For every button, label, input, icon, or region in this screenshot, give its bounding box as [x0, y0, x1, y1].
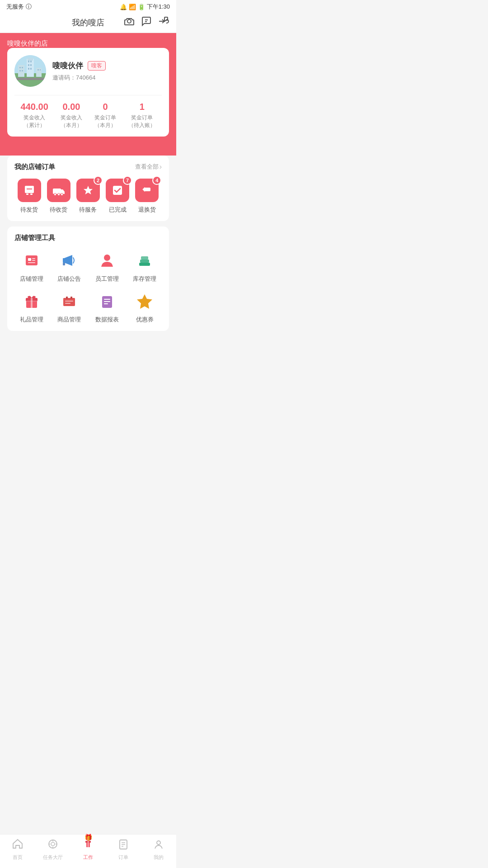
return-badge: 4 — [152, 176, 161, 185]
tools-header: 店铺管理工具 — [14, 234, 162, 242]
tool-2[interactable]: 商品管理 — [52, 290, 87, 324]
svg-rect-55 — [65, 303, 70, 304]
stat-label-2: 奖金订单 （本月） — [94, 114, 116, 129]
order-item-pending-service[interactable]: 2 待服务 — [76, 179, 100, 214]
svg-rect-16 — [19, 67, 21, 68]
svg-rect-42 — [63, 263, 65, 265]
tool2-icon — [58, 290, 80, 312]
shop-manage-icon — [21, 250, 42, 271]
tool-staff-manage[interactable]: 员工管理 — [90, 250, 124, 283]
status-right-group: 🔔 📶 🔋 下午1:30 — [120, 3, 170, 11]
order-item-return[interactable]: 4 退换货 — [135, 179, 159, 214]
svg-rect-59 — [104, 303, 108, 304]
tool-announcement[interactable]: 店铺公告 — [52, 250, 87, 283]
header-icons — [124, 16, 169, 29]
orders-header: 我的店铺订单 查看全部 › — [14, 163, 162, 171]
bluetooth-icon: 🔔 — [120, 4, 127, 10]
tool-3[interactable]: 数据报表 — [90, 290, 124, 324]
share-icon[interactable] — [158, 16, 169, 29]
svg-point-33 — [61, 193, 63, 195]
svg-rect-40 — [28, 262, 35, 263]
svg-rect-41 — [63, 258, 65, 263]
svg-rect-8 — [28, 58, 33, 61]
announcement-icon — [58, 250, 80, 271]
svg-point-31 — [54, 193, 56, 195]
battery-icon: 🔋 — [138, 4, 145, 10]
svg-rect-29 — [30, 193, 33, 195]
profile-card: 嗖嗖伙伴 嗖客 邀请码：740664 440.00 奖金收入 （累计） — [7, 48, 169, 137]
order-item-pending-receive[interactable]: 待收货 — [47, 179, 70, 214]
svg-rect-24 — [14, 79, 46, 79]
stat-pending-orders[interactable]: 1 奖金订单 （待入账） — [128, 102, 155, 129]
inventory-icon — [134, 250, 155, 271]
profile-top: 嗖嗖伙伴 嗖客 邀请码：740664 — [14, 55, 162, 87]
view-all-button[interactable]: 查看全部 › — [135, 163, 162, 171]
status-bar: 无服务 ⓘ 🔔 📶 🔋 下午1:30 — [0, 0, 176, 13]
svg-rect-57 — [104, 299, 110, 300]
stat-value-2: 0 — [94, 102, 116, 112]
return-icon-wrap: 4 — [135, 179, 159, 202]
svg-point-0 — [127, 19, 131, 23]
tool-label-6: 数据报表 — [95, 316, 119, 324]
staff-manage-icon — [96, 250, 118, 271]
status-signal: 无服务 ⓘ — [6, 3, 32, 11]
stat-value-3: 1 — [128, 102, 155, 112]
tool4-icon — [134, 290, 155, 312]
stat-monthly-orders[interactable]: 0 奖金订单 （本月） — [94, 102, 116, 129]
svg-rect-49 — [31, 298, 33, 308]
gift-icon — [21, 290, 42, 312]
svg-rect-21 — [38, 69, 39, 71]
tools-title: 店铺管理工具 — [14, 234, 55, 242]
stat-label-3: 奖金订单 （待入账） — [128, 114, 155, 129]
svg-rect-30 — [53, 189, 61, 194]
stat-value-0: 440.00 — [21, 102, 48, 112]
svg-rect-44 — [139, 263, 150, 266]
order-label-3: 已完成 — [109, 206, 127, 214]
chat-icon[interactable] — [141, 16, 152, 29]
svg-rect-9 — [28, 61, 29, 62]
svg-rect-53 — [70, 297, 72, 299]
order-label-2: 待服务 — [79, 206, 97, 214]
tools-grid: 店铺管理 店铺公告 — [14, 250, 162, 324]
top-navigation: 我的嗖店 — [0, 13, 176, 33]
pending-ship-icon-wrap — [18, 179, 41, 202]
order-item-completed[interactable]: 7 已完成 — [106, 179, 129, 214]
svg-rect-22 — [40, 69, 41, 71]
stat-cumulative-bonus[interactable]: 440.00 奖金收入 （累计） — [21, 102, 48, 129]
profile-name: 嗖嗖伙伴 — [52, 61, 83, 71]
svg-rect-51 — [63, 298, 75, 306]
tool-label-2: 员工管理 — [95, 275, 119, 283]
order-icons-row: 待发货 待收货 — [14, 179, 162, 214]
stat-monthly-bonus[interactable]: 0.00 奖金收入 （本月） — [61, 102, 82, 129]
tool-4[interactable]: 优惠券 — [128, 290, 162, 324]
avatar — [14, 55, 46, 87]
stat-label-1: 奖金收入 （本月） — [61, 114, 82, 129]
svg-point-43 — [104, 255, 110, 261]
completed-badge: 7 — [123, 176, 132, 185]
svg-rect-19 — [22, 70, 23, 71]
order-item-pending-ship[interactable]: 待发货 — [18, 179, 41, 214]
tools-section: 店铺管理工具 店铺管理 — [7, 226, 169, 331]
profile-badge: 嗖客 — [88, 61, 106, 71]
order-label-4: 退换货 — [138, 206, 156, 214]
tool-gift[interactable]: 礼品管理 — [14, 290, 49, 324]
pending-receive-icon-wrap — [47, 179, 70, 202]
svg-rect-14 — [30, 68, 32, 70]
tool-shop-manage[interactable]: 店铺管理 — [14, 250, 49, 283]
svg-rect-10 — [30, 61, 32, 62]
svg-rect-27 — [27, 189, 32, 189]
svg-rect-18 — [19, 70, 21, 71]
tool-label-3: 库存管理 — [133, 275, 156, 283]
svg-rect-58 — [104, 301, 110, 302]
svg-rect-11 — [28, 64, 29, 66]
camera-icon[interactable] — [124, 16, 135, 29]
profile-name-row: 嗖嗖伙伴 嗖客 — [52, 61, 162, 71]
time: 下午1:30 — [147, 3, 170, 11]
svg-rect-17 — [22, 67, 23, 68]
tool-inventory[interactable]: 库存管理 — [128, 250, 162, 283]
svg-marker-34 — [84, 186, 93, 194]
svg-rect-52 — [66, 297, 68, 299]
svg-rect-50 — [26, 301, 38, 302]
svg-rect-46 — [141, 256, 148, 259]
stat-label-0: 奖金收入 （累计） — [21, 114, 48, 129]
